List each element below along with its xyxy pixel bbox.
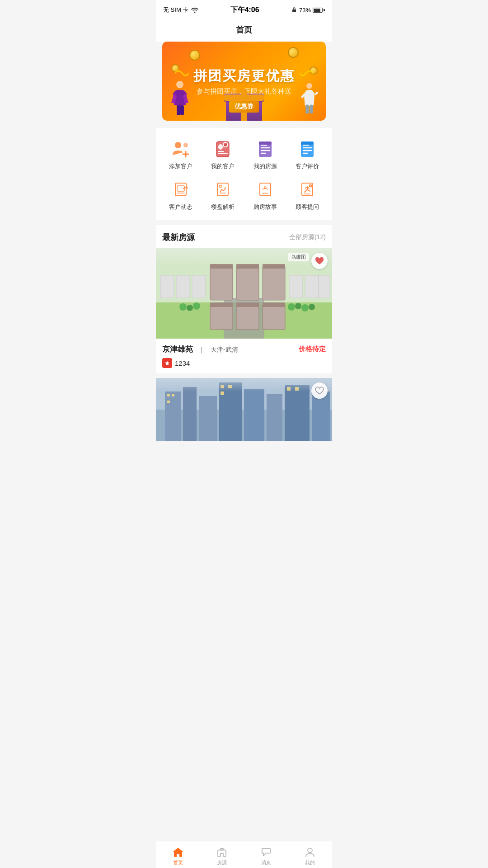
battery-percent: 73%	[299, 7, 311, 14]
svg-rect-3	[177, 105, 180, 115]
svg-rect-47	[192, 275, 206, 298]
svg-rect-36	[219, 185, 222, 187]
svg-rect-84	[167, 401, 170, 403]
svg-point-9	[183, 143, 188, 147]
property-image-2	[156, 378, 332, 441]
svg-rect-6	[305, 104, 309, 113]
heart-icon	[315, 257, 324, 265]
svg-rect-90	[156, 378, 332, 392]
svg-rect-1	[292, 9, 296, 12]
arrow-decoration	[300, 69, 313, 78]
svg-point-2	[176, 81, 183, 88]
menu-label-customer-inquiry: 顾客提问	[296, 203, 319, 211]
sim-status: 无 SIM 卡	[163, 6, 188, 14]
menu-label-add-customer: 添加客户	[169, 162, 192, 170]
svg-rect-61	[305, 275, 319, 298]
svg-rect-81	[312, 392, 330, 441]
menu-item-property-analysis[interactable]: 楼盘解析	[202, 176, 244, 217]
analysis-icon	[213, 179, 233, 199]
svg-rect-87	[221, 392, 224, 395]
svg-rect-59	[263, 302, 285, 307]
favorite-button-2[interactable]	[311, 382, 328, 399]
menu-label-customer-dynamic: 客户动态	[169, 203, 192, 211]
menu-label-my-customer: 我的客户	[211, 162, 235, 170]
svg-rect-30	[301, 142, 314, 145]
section-title: 最新房源	[162, 232, 195, 243]
menu-item-customer-dynamic[interactable]: 客户动态	[160, 176, 202, 217]
svg-rect-58	[236, 302, 259, 307]
banner-title: 拼团买房更优惠	[193, 67, 295, 85]
heart-icon-2	[315, 387, 324, 395]
status-time: 下午4:06	[230, 5, 259, 15]
property-info-1: 京津雄苑 ｜ 天津-武清 价格待定 1234	[156, 339, 332, 373]
latest-section-header: 最新房源 全部房源(12)	[156, 225, 332, 248]
wifi-icon	[191, 7, 198, 13]
svg-rect-79	[267, 394, 282, 441]
svg-rect-35	[217, 183, 228, 196]
property-rating-1: 1234	[162, 358, 326, 368]
lock-icon	[291, 7, 297, 13]
menu-item-buying-story[interactable]: 购房故事	[244, 176, 286, 217]
status-right: 73%	[291, 7, 325, 14]
arrow-decoration	[175, 69, 188, 78]
menu-label-property-analysis: 楼盘解析	[211, 203, 235, 211]
svg-rect-78	[244, 389, 264, 441]
svg-rect-48	[210, 266, 233, 300]
svg-rect-7	[310, 104, 313, 113]
svg-point-64	[295, 303, 301, 309]
menu-item-customer-review[interactable]: 客户评价	[286, 135, 329, 176]
review-icon	[297, 139, 317, 159]
property-rating-num-1: 1234	[175, 359, 190, 367]
property-card-1[interactable]: 鸟瞰图 京津雄苑 ｜ 天津-武清 价格待定	[156, 248, 332, 373]
svg-rect-75	[183, 387, 197, 441]
svg-point-68	[187, 305, 193, 311]
property-aerial-view-2	[156, 378, 332, 441]
bird-view-label: 鸟瞰图	[288, 253, 309, 261]
star-icon	[164, 360, 170, 366]
property-location-1: 天津-武清	[211, 346, 238, 353]
coupon-badge[interactable]: 优惠券	[229, 101, 259, 113]
svg-rect-57	[210, 302, 233, 307]
section-more[interactable]: 全部房源(12)	[289, 233, 326, 241]
svg-point-66	[309, 304, 315, 310]
menu-item-add-customer[interactable]: 添加客户	[160, 135, 202, 176]
dynamic-icon	[171, 179, 191, 199]
coin-decoration	[288, 47, 299, 58]
property-aerial-view	[156, 248, 332, 339]
svg-rect-82	[167, 394, 170, 396]
status-left: 无 SIM 卡	[163, 6, 198, 14]
menu-item-my-customer[interactable]: 我的客户	[202, 135, 244, 176]
property-price-1: 价格待定	[299, 345, 326, 354]
battery-icon	[313, 8, 325, 13]
svg-point-69	[193, 302, 200, 310]
my-property-icon	[255, 139, 275, 159]
svg-rect-55	[236, 305, 259, 330]
menu-label-customer-review: 客户评价	[296, 162, 319, 170]
property-image-1: 鸟瞰图	[156, 248, 332, 339]
svg-point-65	[301, 304, 309, 311]
svg-point-41	[310, 186, 311, 187]
property-name-1: 京津雄苑	[162, 345, 193, 354]
coin-decoration	[189, 50, 200, 61]
property-card-2[interactable]	[156, 378, 332, 441]
status-bar: 无 SIM 卡 下午4:06 73%	[156, 0, 332, 20]
svg-point-67	[179, 303, 187, 311]
svg-point-38	[264, 187, 266, 189]
svg-marker-71	[165, 361, 169, 365]
svg-point-63	[288, 303, 295, 311]
svg-rect-45	[160, 275, 174, 298]
menu-item-my-property[interactable]: 我的房源	[244, 135, 286, 176]
banner[interactable]: 拼团买房更优惠 参与拼团买房，无限大礼各种送 优惠券	[162, 42, 326, 121]
add-customer-icon	[171, 139, 191, 159]
page-title: 首页	[156, 20, 332, 42]
favorite-button-1[interactable]	[311, 253, 328, 269]
svg-rect-83	[172, 394, 174, 396]
menu-label-my-property: 我的房源	[253, 162, 277, 170]
svg-rect-14	[218, 144, 223, 150]
banner-container[interactable]: 拼团买房更优惠 参与拼团买房，无限大礼各种送 优惠券	[162, 42, 326, 121]
menu-item-customer-inquiry[interactable]: 顾客提问	[286, 176, 329, 217]
svg-rect-62	[319, 275, 330, 298]
svg-rect-80	[285, 385, 310, 441]
svg-rect-60	[289, 275, 303, 298]
person-right	[299, 80, 319, 116]
